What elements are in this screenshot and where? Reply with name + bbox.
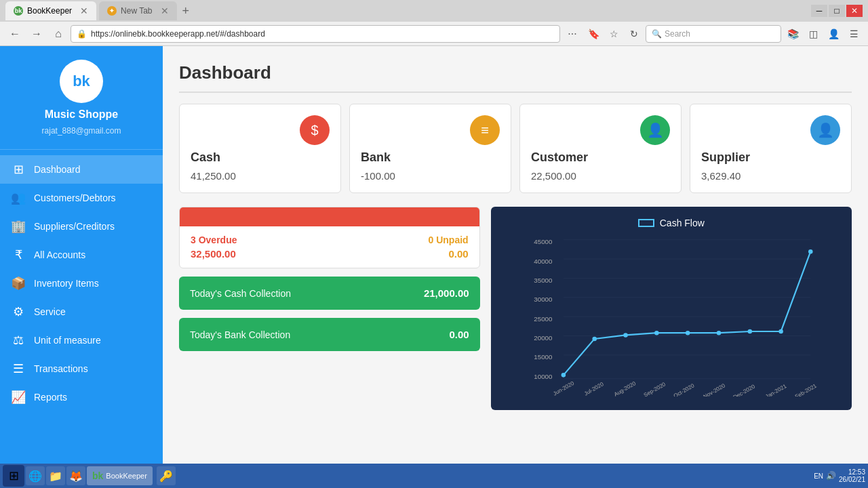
extensions-icon[interactable]: 📚 (784, 25, 802, 43)
bank-label: Bank (361, 150, 500, 165)
taskbar-extra-icon[interactable]: 🔑 (157, 466, 176, 485)
supplier-label: Supplier (701, 150, 840, 165)
tab-newtab-label: New Tab (121, 6, 152, 16)
sidebar-item-reports[interactable]: 📈 Reports (0, 383, 163, 411)
sidebar-item-dashboard[interactable]: ⊞ Dashboard (0, 155, 163, 184)
bank-collection-value: 0.00 (449, 329, 469, 340)
title-bar: bk BookKeeper ✕ ✦ New Tab ✕ + ─ □ ✕ (0, 0, 868, 22)
taskbar-bk-icon: bk (92, 470, 103, 481)
sidebar-item-label-transactions: Transactions (34, 363, 88, 374)
cashflow-title: Cash Flow (502, 218, 841, 228)
home-button[interactable]: ⌂ (49, 24, 68, 43)
sidebar-item-transactions[interactable]: ☰ Transactions (0, 354, 163, 383)
sidebar-item-inventory[interactable]: 📦 Inventory Items (0, 269, 163, 298)
sidebar-item-label-inventory: Inventory Items (34, 278, 99, 289)
star-icon[interactable]: ☆ (605, 25, 623, 43)
app-container: bk Music Shoppe rajat_888@gmail.com ⊞ Da… (0, 46, 868, 464)
bank-card: ≡ Bank -100.00 (349, 104, 511, 193)
uom-icon: ⚖ (11, 333, 26, 348)
svg-text:Sep-2020: Sep-2020 (642, 381, 667, 396)
start-button[interactable]: ⊞ (3, 465, 24, 487)
cash-card: $ Cash 41,250.00 (179, 104, 341, 193)
svg-text:Nov-2020: Nov-2020 (702, 382, 726, 396)
bank-collection-label: Today's Bank Collection (190, 329, 290, 340)
supplier-icon: 👤 (810, 115, 840, 145)
customers-icon: 👥 (11, 190, 26, 205)
chart-area: 45000 40000 35000 30000 25000 20000 1500… (502, 234, 841, 396)
tab-bookkeeper[interactable]: bk BookKeeper ✕ (5, 1, 96, 20)
forward-button[interactable]: → (27, 24, 46, 43)
svg-text:15000: 15000 (534, 353, 553, 361)
dashboard-icon: ⊞ (11, 162, 26, 177)
svg-text:45000: 45000 (534, 238, 553, 245)
bookmark-icon[interactable]: 🔖 (585, 25, 602, 43)
taskbar: ⊞ 🌐 📁 🦊 bk BookKeeper 🔑 EN 🔊 12:53 26/02… (0, 464, 868, 488)
sidebar-item-label-service: Service (34, 306, 66, 317)
sidebar-item-customers[interactable]: 👥 Customers/Debtors (0, 184, 163, 212)
newtab-favicon: ✦ (107, 6, 117, 16)
logo-text: bk (73, 73, 90, 90)
company-name: Music Shoppe (45, 108, 118, 121)
suppliers-icon: 🏢 (11, 219, 26, 234)
sidebar-item-service[interactable]: ⚙ Service (0, 298, 163, 326)
supplier-value: 3,629.40 (701, 170, 840, 182)
accounts-icon: ₹ (11, 247, 26, 262)
svg-point-18 (623, 333, 628, 338)
taskbar-system-icons: 🔊 (826, 471, 836, 481)
overdue-amount: 32,500.00 (191, 248, 237, 260)
search-bar[interactable]: 🔍 Search (646, 25, 781, 43)
customer-value: 22,500.00 (531, 170, 670, 182)
main-content: Dashboard $ Cash 41,250.00 ≡ Bank -100.0… (163, 46, 868, 464)
tab-bookkeeper-label: BookKeeper (27, 6, 72, 16)
svg-text:Jun-2020: Jun-2020 (552, 380, 575, 396)
taskbar-ie-icon[interactable]: 🌐 (26, 466, 45, 485)
sidebar-item-label-uom: Unit of measure (34, 335, 101, 346)
cash-icon: $ (300, 115, 330, 145)
left-panel: 3 Overdue 32,500.00 0 Unpaid 0.00 Today'… (179, 207, 480, 410)
taskbar-folder-icon[interactable]: 📁 (46, 466, 65, 485)
sidebar-item-label-accounts: All Accounts (34, 249, 85, 260)
bank-icon: ≡ (470, 115, 500, 145)
close-window-button[interactable]: ✕ (846, 5, 863, 17)
svg-point-16 (561, 373, 566, 378)
svg-text:Dec-2020: Dec-2020 (732, 383, 756, 396)
taskbar-time: 12:53 26/02/21 (839, 468, 865, 483)
cashflow-title-text: Cash Flow (660, 218, 705, 228)
add-tab-button[interactable]: + (182, 4, 190, 18)
address-bar[interactable]: 🔒 https://onlinebk.bookkeeperapp.net/#/d… (71, 25, 560, 43)
sidebar-icon[interactable]: ◫ (804, 25, 822, 43)
nav-bar: ← → ⌂ 🔒 https://onlinebk.bookkeeperapp.n… (0, 22, 868, 46)
taskbar-bookkeeper-active[interactable]: bk BookKeeper (87, 466, 153, 485)
right-panel: Cash Flow 45000 40000 35000 30000 25000 … (491, 207, 852, 410)
cash-value: 41,250.00 (191, 170, 330, 182)
sidebar-item-label-suppliers: Suppliers/Creditors (34, 221, 115, 232)
back-button[interactable]: ← (5, 24, 24, 43)
more-options-button[interactable]: ··· (563, 24, 582, 43)
svg-point-21 (716, 331, 721, 336)
profile-icon[interactable]: 👤 (825, 25, 842, 43)
minimize-button[interactable]: ─ (811, 5, 827, 17)
svg-text:Jan-2021: Jan-2021 (764, 383, 787, 396)
svg-text:Oct-2020: Oct-2020 (672, 382, 695, 396)
tab-newtab[interactable]: ✦ New Tab ✕ (99, 1, 176, 20)
menu-icon[interactable]: ☰ (845, 25, 863, 43)
sidebar-item-uom[interactable]: ⚖ Unit of measure (0, 326, 163, 354)
sidebar-item-suppliers[interactable]: 🏢 Suppliers/Creditors (0, 212, 163, 241)
svg-text:20000: 20000 (534, 334, 553, 342)
svg-text:10000: 10000 (534, 373, 553, 380)
sidebar-header: bk Music Shoppe rajat_888@gmail.com (0, 46, 163, 150)
close-tab-newtab[interactable]: ✕ (161, 5, 169, 16)
sidebar-item-accounts[interactable]: ₹ All Accounts (0, 241, 163, 269)
company-email: rajat_888@gmail.com (42, 126, 121, 136)
sidebar-item-label-customers: Customers/Debtors (34, 192, 116, 203)
cashflow-chart: 45000 40000 35000 30000 25000 20000 1500… (502, 234, 841, 396)
close-tab-bookkeeper[interactable]: ✕ (80, 5, 88, 16)
bottom-section: 3 Overdue 32,500.00 0 Unpaid 0.00 Today'… (179, 207, 852, 410)
cashflow-legend-box (638, 219, 654, 227)
cash-collection-label: Today's Cash Collection (190, 288, 291, 299)
refresh-icon[interactable]: ↻ (625, 25, 643, 43)
overdue-content: 3 Overdue 32,500.00 0 Unpaid 0.00 (180, 226, 479, 268)
inventory-icon: 📦 (11, 276, 26, 291)
taskbar-browser-icon[interactable]: 🦊 (66, 466, 85, 485)
maximize-button[interactable]: □ (829, 5, 845, 17)
